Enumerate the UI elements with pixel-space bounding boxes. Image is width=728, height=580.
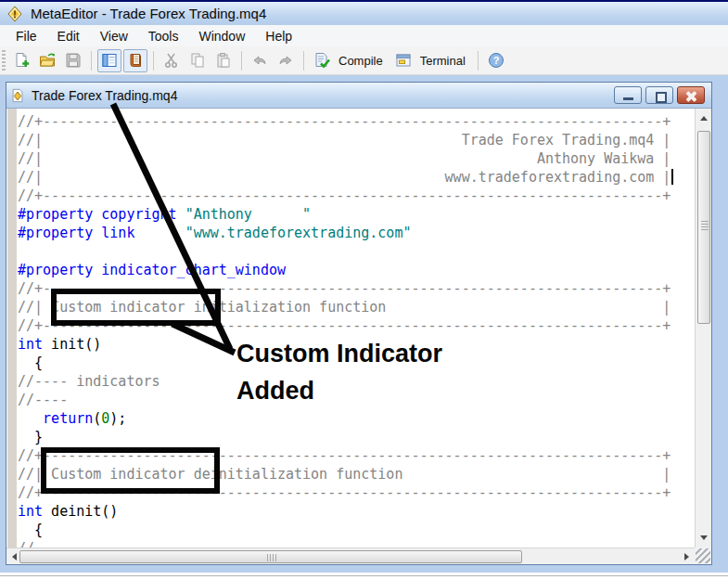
cut-button[interactable]	[160, 49, 184, 72]
document-window: Trade Forex Trading.mq4 //+-------------…	[6, 82, 712, 565]
horizontal-scrollbar[interactable]	[6, 548, 695, 564]
help-icon: ?	[488, 52, 504, 69]
compile-button[interactable]	[310, 49, 334, 72]
mdi-client-area: Trade Forex Trading.mq4 //+-------------…	[0, 75, 728, 573]
menu-window[interactable]: Window	[188, 27, 255, 45]
code-lines: //+-------------------------------------…	[18, 112, 671, 548]
thumb-grip-icon	[701, 221, 709, 230]
open-folder-icon	[39, 52, 56, 69]
navigator-toggle-button[interactable]	[97, 49, 121, 72]
new-file-icon	[13, 52, 30, 69]
code-line: int deinit()	[18, 502, 671, 521]
code-line: //----	[18, 391, 671, 409]
code-line: //+-------------------------------------…	[18, 112, 671, 131]
toolbar-separator	[241, 51, 242, 71]
code-line: {	[18, 521, 671, 539]
redo-icon	[277, 52, 294, 69]
restore-button[interactable]	[645, 86, 673, 104]
code-line: //+-------------------------------------…	[18, 187, 671, 205]
vertical-scrollbar[interactable]	[695, 109, 711, 548]
code-editor[interactable]: //+-------------------------------------…	[6, 109, 695, 548]
menu-view[interactable]: View	[90, 27, 138, 45]
code-line: //+-------------------------------------…	[18, 279, 671, 298]
scroll-down-button[interactable]	[696, 530, 711, 546]
editor-gutter	[7, 109, 17, 548]
menu-bar: File Edit View Tools Window Help	[0, 25, 728, 46]
toolbar-separator	[153, 51, 154, 71]
dictionary-toggle-button[interactable]	[123, 49, 147, 72]
menu-file[interactable]: File	[6, 27, 47, 45]
close-button[interactable]	[677, 86, 705, 104]
menu-help[interactable]: Help	[255, 27, 302, 45]
terminal-icon	[395, 52, 412, 69]
thumb-grip-icon	[267, 554, 276, 561]
toolbar-separator	[91, 51, 92, 71]
toolbar-separator	[303, 51, 304, 71]
open-file-button[interactable]	[35, 49, 59, 72]
document-title: Trade Forex Trading.mq4	[32, 88, 614, 103]
navigator-panel-icon	[101, 52, 118, 69]
terminal-label[interactable]: Terminal	[420, 54, 466, 68]
metaeditor-window: MetaEditor - Trade Forex Trading.mq4 Fil…	[0, 0, 728, 580]
arrow-down-icon	[700, 535, 708, 540]
code-line: #property link "www.tradeforextrading.co…	[18, 224, 671, 242]
app-title: MetaEditor - Trade Forex Trading.mq4	[31, 6, 266, 21]
metaeditor-app-icon	[6, 6, 23, 22]
code-line: //+-------------------------------------…	[18, 483, 671, 502]
code-line: #property copyright "Anthony "	[18, 205, 671, 224]
code-line	[18, 242, 671, 261]
code-line: //+-------------------------------------…	[18, 316, 671, 335]
code-line: //| www.tradeforextrading.com |	[18, 168, 671, 187]
document-titlebar[interactable]: Trade Forex Trading.mq4	[6, 83, 711, 109]
save-button[interactable]	[61, 49, 85, 72]
undo-button[interactable]	[248, 49, 272, 72]
code-line: #property indicator_chart_window	[18, 261, 671, 279]
vertical-scroll-thumb[interactable]	[697, 131, 710, 324]
code-line: //+-------------------------------------…	[18, 446, 671, 465]
code-line: return(0);	[18, 409, 671, 428]
copy-icon	[189, 52, 206, 69]
arrow-up-icon	[700, 116, 708, 121]
minimize-button[interactable]	[614, 86, 642, 104]
dictionary-book-icon	[127, 52, 144, 69]
status-strip	[0, 573, 728, 580]
help-button[interactable]: ?	[484, 49, 508, 72]
scroll-up-button[interactable]	[696, 110, 711, 126]
toolbar-grip[interactable]	[2, 50, 6, 71]
code-line: //---- indicators	[18, 372, 671, 391]
paste-icon	[215, 52, 232, 69]
mq4-file-icon	[10, 88, 25, 103]
resize-grip[interactable]	[696, 548, 710, 563]
toolbar-separator	[478, 51, 479, 71]
copy-button[interactable]	[185, 49, 210, 72]
code-line: //| Anthony Waikwa |	[18, 149, 671, 168]
code-line: //	[18, 539, 671, 548]
undo-icon	[251, 52, 268, 69]
code-line: //| Custom indicator initialization func…	[18, 298, 671, 316]
scroll-right-button[interactable]	[679, 548, 695, 564]
cut-icon	[163, 52, 180, 69]
new-file-button[interactable]	[9, 49, 33, 72]
code-line: }	[18, 428, 671, 446]
toolbar: Compile Terminal ?	[0, 46, 728, 75]
terminal-button[interactable]	[391, 49, 415, 72]
horizontal-scroll-thumb[interactable]	[19, 550, 522, 563]
arrow-left-icon	[12, 553, 17, 561]
save-icon	[65, 52, 82, 69]
window-controls	[614, 86, 705, 104]
app-titlebar: MetaEditor - Trade Forex Trading.mq4	[0, 0, 728, 25]
code-line: {	[18, 354, 671, 372]
code-line: //| Custom indicator deinitialization fu…	[18, 465, 671, 483]
menu-edit[interactable]: Edit	[47, 27, 90, 45]
paste-button[interactable]	[211, 49, 236, 72]
arrow-right-icon	[684, 553, 689, 561]
svg-text:?: ?	[492, 55, 499, 66]
menu-tools[interactable]: Tools	[138, 27, 189, 45]
status-divider	[0, 575, 728, 576]
code-line: int init()	[18, 335, 671, 354]
compile-label[interactable]: Compile	[338, 54, 383, 68]
redo-button[interactable]	[274, 49, 298, 72]
text-caret	[671, 169, 673, 185]
code-line: //| Trade Forex Trading.mq4 |	[18, 131, 671, 149]
compile-icon	[313, 52, 330, 69]
